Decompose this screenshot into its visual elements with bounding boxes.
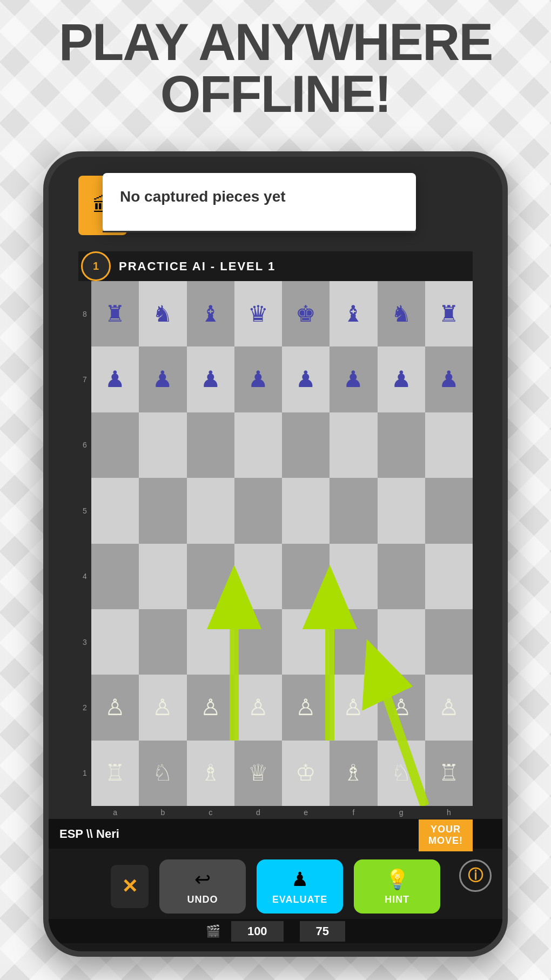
tooltip-text: No captured pieces yet [120,188,286,205]
cell-b8[interactable]: ♞ [139,281,186,346]
score-left: 100 [231,921,284,942]
piece-white-pawn-e2: ♙ [282,675,330,740]
cell-a6[interactable] [91,412,139,478]
cell-g4[interactable] [378,544,425,609]
tooltip-popup: No captured pieces yet [103,173,416,232]
cell-a1[interactable]: ♖ [91,741,139,806]
cell-f1[interactable]: ♗ [330,741,377,806]
cell-h4[interactable] [425,544,473,609]
cell-e3[interactable] [282,609,330,675]
cell-h2[interactable]: ♙ [425,675,473,740]
cell-g1[interactable]: ♘ [378,741,425,806]
cell-b5[interactable] [139,478,186,543]
piece-white-knight-g1: ♘ [378,741,425,806]
buttons-row: ✕ ↩ UNDO ♟ EVALUATE 💡 HINT ⓘ [49,849,502,919]
cell-c8[interactable]: ♝ [187,281,234,346]
cell-g7[interactable]: ♟ [378,346,425,412]
cell-d2[interactable]: ♙ [234,675,282,740]
cell-f4[interactable] [330,544,377,609]
cell-b2[interactable]: ♙ [139,675,186,740]
cell-h6[interactable] [425,412,473,478]
cell-e5[interactable] [282,478,330,543]
cell-f3[interactable] [330,609,377,675]
cell-f6[interactable] [330,412,377,478]
cell-f7[interactable]: ♟ [330,346,377,412]
bottom-bar: ESP \\ Neri YOUR MOVE! ✕ ↩ UNDO ♟ EVALUA… [49,819,502,951]
chess-board: 8 ♜ ♞ ♝ ♛ ♚ ♝ ♞ ♜ [78,281,473,819]
piece-white-pawn-b2: ♙ [139,675,186,740]
cell-d5[interactable] [234,478,282,543]
undo-icon: ↩ [194,868,211,891]
cell-c3[interactable] [187,609,234,675]
corner [78,806,91,819]
undo-button[interactable]: ↩ UNDO [159,859,246,914]
cell-a5[interactable] [91,478,139,543]
cell-c5[interactable] [187,478,234,543]
film-icon: 🎬 [206,924,220,938]
cell-c2[interactable]: ♙ [187,675,234,740]
hint-button[interactable]: 💡 HINT [354,859,440,914]
piece-black-pawn-g7: ♟ [378,346,425,412]
cell-b6[interactable] [139,412,186,478]
cell-d6[interactable] [234,412,282,478]
piece-black-pawn-h7: ♟ [425,346,473,412]
cell-f5[interactable] [330,478,377,543]
cell-d8[interactable]: ♛ [234,281,282,346]
rank-8: 8 [78,281,91,346]
cell-g2[interactable]: ♙ [378,675,425,740]
cell-c1[interactable]: ♗ [187,741,234,806]
cell-e2[interactable]: ♙ [282,675,330,740]
cell-b7[interactable]: ♟ [139,346,186,412]
evaluate-button[interactable]: ♟ EVALUATE [257,859,343,914]
piece-white-pawn-f2: ♙ [330,675,377,740]
cell-d4[interactable] [234,544,282,609]
cell-f8[interactable]: ♝ [330,281,377,346]
cell-a2[interactable]: ♙ [91,675,139,740]
bottom-status-row: 🎬 100 75 [49,919,502,943]
cell-e1[interactable]: ♔ [282,741,330,806]
cell-d7[interactable]: ♟ [234,346,282,412]
cell-g5[interactable] [378,478,425,543]
close-icon: ✕ [122,875,138,898]
cell-d3[interactable] [234,609,282,675]
cell-h5[interactable] [425,478,473,543]
cell-a7[interactable]: ♟ [91,346,139,412]
close-button[interactable]: ✕ [111,865,149,908]
cell-b3[interactable] [139,609,186,675]
cell-h8[interactable]: ♜ [425,281,473,346]
cell-b4[interactable] [139,544,186,609]
rank-2: 2 [78,675,91,740]
cell-b1[interactable]: ♘ [139,741,186,806]
piece-black-bishop-f8: ♝ [330,281,377,346]
piece-white-rook-h1: ♖ [425,741,473,806]
cell-e4[interactable] [282,544,330,609]
cell-e8[interactable]: ♚ [282,281,330,346]
file-d: d [234,806,282,819]
hint-icon: 💡 [385,868,409,891]
cell-c6[interactable] [187,412,234,478]
cell-h7[interactable]: ♟ [425,346,473,412]
cell-a4[interactable] [91,544,139,609]
cell-d1[interactable]: ♕ [234,741,282,806]
cell-h3[interactable] [425,609,473,675]
cell-f2[interactable]: ♙ [330,675,377,740]
cell-e7[interactable]: ♟ [282,346,330,412]
cell-e6[interactable] [282,412,330,478]
cell-h1[interactable]: ♖ [425,741,473,806]
piece-white-pawn-d2: ♙ [234,675,282,740]
info-button[interactable]: ⓘ [459,859,492,892]
cell-c7[interactable]: ♟ [187,346,234,412]
cell-g8[interactable]: ♞ [378,281,425,346]
cell-a3[interactable] [91,609,139,675]
evaluate-label: EVALUATE [272,894,327,905]
piece-black-pawn-b7: ♟ [139,346,186,412]
cell-a8[interactable]: ♜ [91,281,139,346]
level-bar: 1 PRACTICE AI - LEVEL 1 [78,251,473,281]
cell-g6[interactable] [378,412,425,478]
cell-g3[interactable] [378,609,425,675]
cell-c4[interactable] [187,544,234,609]
file-b: b [139,806,186,819]
piece-white-pawn-g2: ♙ [378,675,425,740]
rank-4: 4 [78,544,91,609]
piece-black-pawn-f7: ♟ [330,346,377,412]
